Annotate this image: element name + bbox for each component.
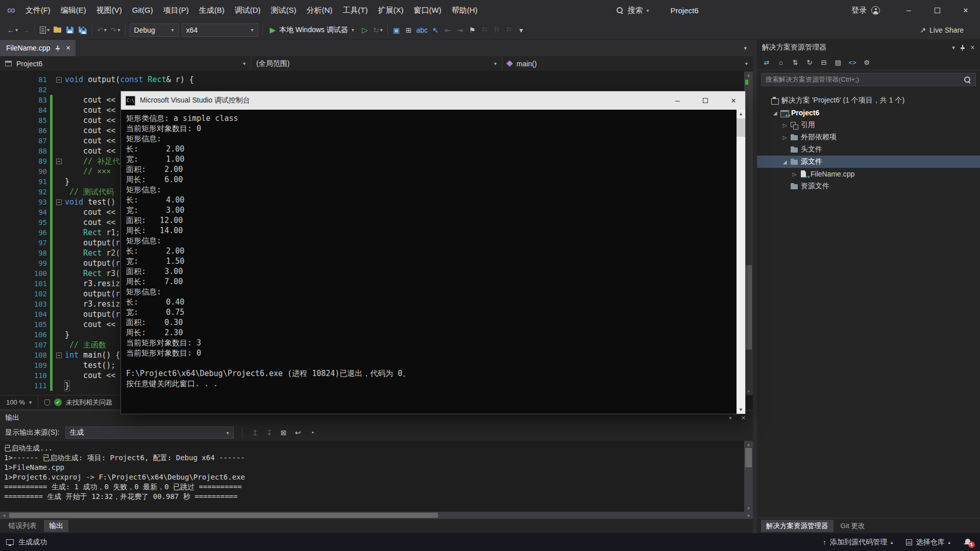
- previous-message-icon[interactable]: ↥: [249, 426, 261, 439]
- navigate-backward-button[interactable]: ←▾: [5, 23, 20, 37]
- fold-marker-icon[interactable]: −: [56, 159, 62, 164]
- scope-dropdown[interactable]: (全局范围) ▾: [251, 56, 502, 71]
- code-health-indicator[interactable]: ✓ 未找到相关问题: [38, 398, 118, 407]
- menu-item[interactable]: 编辑(E): [56, 0, 91, 20]
- menu-item[interactable]: 工具(T): [337, 0, 373, 20]
- tree-item-references[interactable]: ▷引用: [757, 119, 980, 131]
- output-horizontal-scrollbar[interactable]: ◂ ▸: [0, 512, 753, 519]
- tree-item-solution[interactable]: 解决方案 'Project6' (1 个项目，共 1 个): [757, 94, 980, 107]
- clear-all-icon[interactable]: ⊠: [278, 426, 290, 439]
- output-source-dropdown[interactable]: 生成 ▾: [65, 427, 234, 439]
- next-message-icon[interactable]: ↧: [263, 426, 276, 439]
- hot-reload-button[interactable]: ↻▾: [371, 23, 385, 37]
- menu-item[interactable]: 生成(B): [194, 0, 230, 20]
- solution-configuration-dropdown[interactable]: Debug ▾: [130, 23, 179, 37]
- add-to-source-control-button[interactable]: ↑ 添加到源代码管理 ▴: [823, 538, 893, 547]
- menu-item[interactable]: 调试(D): [230, 0, 266, 20]
- tree-item-folder[interactable]: 资源文件: [757, 180, 980, 192]
- tree-expander-icon[interactable]: ▷: [790, 171, 799, 177]
- console-close-button[interactable]: ✕: [722, 91, 745, 110]
- close-tab-icon[interactable]: ✕: [65, 44, 70, 52]
- scroll-up-icon[interactable]: ▲: [737, 110, 745, 118]
- close-panel-icon[interactable]: ✕: [739, 415, 748, 421]
- fold-marker-icon[interactable]: −: [56, 199, 62, 205]
- menu-item[interactable]: 窗口(W): [408, 0, 446, 20]
- open-file-button[interactable]: [52, 23, 64, 37]
- menu-item[interactable]: 视图(V): [91, 0, 127, 20]
- toggle-word-wrap-icon[interactable]: ↩: [292, 426, 304, 439]
- tree-expander-icon[interactable]: ◢: [771, 110, 779, 116]
- scrollbar-thumb[interactable]: [737, 118, 745, 137]
- increase-indent-icon[interactable]: ⇥: [454, 23, 466, 37]
- pin-icon[interactable]: [960, 44, 966, 51]
- start-debugging-button[interactable]: ▶ 本地 Windows 调试器 ▾: [265, 22, 359, 38]
- close-panel-icon[interactable]: ✕: [970, 44, 975, 51]
- start-without-debugging-button[interactable]: ▷: [359, 23, 371, 37]
- code-line-81[interactable]: 81−void output(const Rect& r) {: [0, 74, 753, 85]
- notifications-bell-icon[interactable]: 1: [964, 538, 972, 546]
- next-bookmark-icon[interactable]: ⚐: [491, 23, 503, 37]
- tree-item-cpp-file[interactable]: ▷++FileName.cpp: [757, 168, 980, 180]
- output-log[interactable]: 已启动生成... 1>------ 已启动生成: 项目: Project6, 配…: [0, 441, 753, 512]
- window-menu-icon[interactable]: ▾: [952, 44, 955, 51]
- scroll-right-icon[interactable]: ▸: [745, 513, 753, 518]
- tree-item-folder[interactable]: ◢源文件: [757, 156, 980, 168]
- side-panel-tab[interactable]: 解决方案资源管理器: [761, 520, 834, 532]
- toggle-bookmark-icon[interactable]: ⚑: [466, 23, 478, 37]
- redo-button[interactable]: ↷▾: [109, 23, 122, 37]
- tree-expander-icon[interactable]: ▷: [780, 135, 789, 140]
- fold-marker-icon[interactable]: −: [56, 77, 62, 83]
- new-project-button[interactable]: ▾: [38, 23, 52, 37]
- live-share-button[interactable]: ↗ Live Share: [920, 26, 964, 34]
- scroll-up-icon[interactable]: ▴: [744, 72, 753, 78]
- debug-console-window[interactable]: C:\ Microsoft Visual Studio 调试控制台 ─ ✕ 矩形…: [120, 91, 746, 414]
- decrease-indent-icon[interactable]: ⇤: [442, 23, 454, 37]
- collapse-all-icon[interactable]: ⊟: [818, 56, 829, 69]
- add-item-icon[interactable]: ⊞: [403, 23, 415, 37]
- tree-item-cpp-project[interactable]: ◢++Project6: [757, 107, 980, 119]
- tab-filename-cpp[interactable]: FileName.cpp ✕: [0, 40, 76, 56]
- console-minimize-button[interactable]: ─: [666, 91, 689, 110]
- clear-bookmarks-icon[interactable]: ⚐: [503, 23, 515, 37]
- maximize-button[interactable]: [923, 0, 951, 20]
- select-repository-button[interactable]: 选择仓库 ▴: [906, 538, 950, 547]
- scrollbar-thumb[interactable]: [9, 513, 438, 518]
- home-icon[interactable]: ⌂: [775, 56, 787, 69]
- undo-button[interactable]: ↶▾: [95, 23, 109, 37]
- tree-item-folder[interactable]: 头文件: [757, 143, 980, 156]
- show-timestamps-icon[interactable]: ◔: [306, 426, 318, 439]
- close-button[interactable]: ✕: [951, 0, 980, 20]
- menu-item[interactable]: 测试(S): [266, 0, 302, 20]
- console-maximize-button[interactable]: [694, 91, 717, 110]
- tree-expander-icon[interactable]: ◢: [780, 159, 789, 165]
- menu-item[interactable]: 文件(F): [20, 0, 56, 20]
- properties-icon[interactable]: ⚙: [861, 56, 872, 69]
- menu-item[interactable]: 帮助(H): [447, 0, 483, 20]
- solution-platform-dropdown[interactable]: x64 ▾: [182, 23, 258, 37]
- pin-icon[interactable]: [55, 45, 61, 52]
- console-title-bar[interactable]: C:\ Microsoft Visual Studio 调试控制台 ─ ✕: [121, 91, 745, 110]
- save-button[interactable]: [64, 23, 76, 37]
- preview-code-icon[interactable]: <>: [847, 56, 858, 69]
- scroll-down-icon[interactable]: ▼: [737, 406, 745, 414]
- project-dropdown[interactable]: Project6 ▾: [0, 56, 251, 71]
- sync-with-active-document-icon[interactable]: ⇅: [790, 56, 801, 69]
- toolbar-options-icon[interactable]: ▾: [515, 23, 527, 37]
- bottom-panel-tab[interactable]: 错误列表: [3, 520, 42, 532]
- tree-item-folder[interactable]: ▷外部依赖项: [757, 131, 980, 143]
- previous-bookmark-icon[interactable]: ⚐: [478, 23, 491, 37]
- menu-item[interactable]: 扩展(X): [373, 0, 408, 20]
- scrollbar-thumb[interactable]: [745, 265, 752, 349]
- switch-views-icon[interactable]: ⇄: [761, 56, 772, 69]
- side-panel-tab[interactable]: Git 更改: [836, 520, 870, 532]
- menu-item[interactable]: 项目(P): [158, 0, 194, 20]
- member-dropdown[interactable]: main() ▾: [502, 56, 753, 71]
- output-vertical-scrollbar[interactable]: ▴ ▾: [744, 441, 753, 512]
- spell-check-icon[interactable]: abc: [415, 23, 430, 37]
- show-all-files-icon[interactable]: ▤: [832, 56, 844, 69]
- navigate-cursor-icon[interactable]: ↖: [429, 23, 442, 37]
- solution-search-input[interactable]: 搜索解决方案资源管理器(Ctrl+;): [761, 73, 976, 86]
- minimize-button[interactable]: ─: [894, 0, 923, 20]
- menu-item[interactable]: 分析(N): [302, 0, 338, 20]
- new-window-icon[interactable]: ▣: [390, 23, 403, 37]
